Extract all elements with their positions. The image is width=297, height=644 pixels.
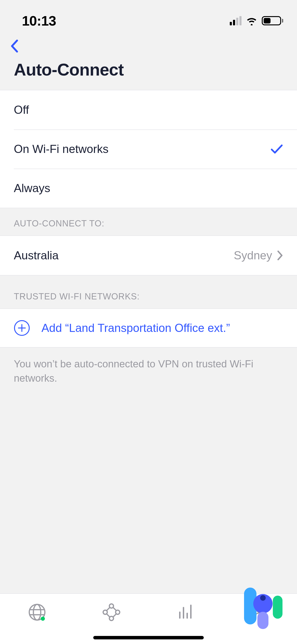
autoconnect-options: Off On Wi-Fi networks Always	[0, 90, 297, 208]
svg-rect-23	[258, 612, 268, 629]
option-label: Off	[14, 103, 29, 116]
svg-line-11	[106, 608, 110, 610]
checkmark-icon	[270, 144, 283, 154]
plus-circle-icon	[14, 320, 30, 336]
destination-value: Sydney	[234, 249, 272, 262]
bars-icon	[175, 602, 196, 622]
add-trusted-label: Add “Land Transportation Office ext.”	[42, 321, 230, 335]
assistant-float-icon[interactable]	[237, 577, 286, 630]
option-on-wifi[interactable]: On Wi-Fi networks	[0, 130, 297, 168]
svg-line-13	[106, 614, 110, 617]
tab-stats[interactable]	[174, 602, 197, 622]
section-header-trusted: TRUSTED WI-FI NETWORKS:	[0, 276, 297, 308]
chevron-right-icon	[277, 250, 283, 260]
option-always[interactable]: Always	[0, 168, 297, 208]
svg-point-4	[34, 604, 41, 620]
tab-meshnet[interactable]	[100, 602, 123, 622]
destination-value-wrap: Sydney	[234, 249, 283, 262]
tab-globe[interactable]	[26, 602, 48, 622]
svg-point-10	[109, 616, 114, 620]
section-header-connect-to: AUTO-CONNECT TO:	[0, 208, 297, 236]
chevron-left-icon	[9, 39, 19, 53]
page-title: Auto-Connect	[0, 58, 297, 90]
connect-destination-row[interactable]: Australia Sydney	[0, 236, 297, 275]
home-indicator[interactable]	[93, 636, 204, 640]
status-time: 10:13	[22, 13, 56, 29]
network-icon	[101, 602, 122, 622]
option-label: On Wi-Fi networks	[14, 142, 108, 156]
option-off[interactable]: Off	[0, 90, 297, 130]
option-label: Always	[14, 182, 50, 195]
status-bar: 10:13	[0, 0, 297, 32]
svg-line-12	[113, 608, 116, 610]
add-trusted-network[interactable]: Add “Land Transportation Office ext.”	[0, 308, 297, 348]
nav-back[interactable]	[0, 32, 297, 58]
svg-point-24	[260, 595, 266, 601]
wifi-icon	[246, 16, 258, 25]
battery-icon	[262, 16, 283, 25]
svg-line-14	[113, 614, 116, 617]
trusted-footer-note: You won’t be auto-connected to VPN on tr…	[0, 348, 297, 385]
svg-point-7	[109, 604, 114, 608]
destination-label: Australia	[14, 249, 59, 262]
cellular-icon	[230, 16, 242, 25]
connect-to-group: Australia Sydney	[0, 236, 297, 276]
svg-rect-21	[273, 596, 282, 619]
svg-point-9	[116, 610, 120, 614]
svg-point-8	[103, 610, 107, 614]
status-icons	[230, 16, 283, 25]
